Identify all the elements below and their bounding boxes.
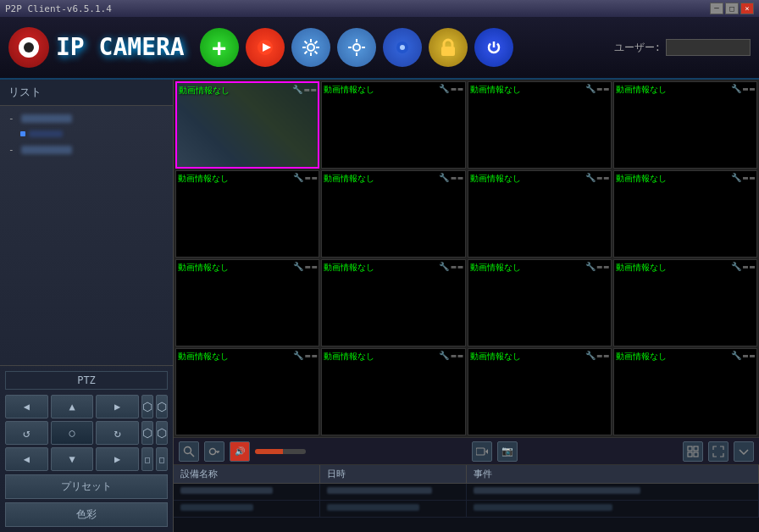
camera-cell-7[interactable]: 動画情報なし 🔧▬▬ — [613, 170, 757, 258]
titlebar: P2P Client-v6.5.1.4 ─ □ × — [0, 0, 759, 17]
camera-cell-15[interactable]: 動画情報なし 🔧▬▬ — [613, 348, 757, 435]
svg-point-21 — [210, 448, 216, 454]
device-item[interactable]: - — [3, 141, 169, 158]
event-cell-time — [320, 484, 467, 500]
ptz-zoom-out-button[interactable]: ◀ — [5, 447, 48, 471]
more-button[interactable] — [734, 441, 754, 462]
camera-icons-15: 🔧▬▬ — [731, 351, 755, 360]
camera-grid: 動画情報なし 🔧 ▬ ▬ 動画情報なし 🔧▬▬ 動画情報なし 🔧▬▬ — [174, 80, 759, 437]
bottom-toolbar: 🔊 📷 — [174, 437, 759, 464]
volume-button[interactable]: 🔊 — [230, 441, 250, 462]
device-list: - - — [0, 106, 173, 365]
fullscreen-button[interactable] — [708, 441, 729, 462]
power-button[interactable] — [474, 28, 513, 67]
ptz-rot-left-button[interactable]: ↺ — [5, 421, 48, 445]
maximize-button[interactable]: □ — [725, 3, 739, 14]
camera-cell-10[interactable]: 動画情報なし 🔧▬▬ — [468, 259, 612, 346]
ptz-down-button[interactable]: ▼ — [51, 447, 94, 471]
camera-cell-6[interactable]: 動画情報なし 🔧▬▬ — [468, 170, 612, 258]
event-cell-time — [320, 501, 467, 517]
key-button[interactable] — [204, 441, 224, 462]
camera-cell-8[interactable]: 動画情報なし 🔧▬▬ — [175, 259, 319, 346]
ptz-rot-right-button[interactable]: ↻ — [96, 421, 139, 445]
camera-icons-2: 🔧▬▬ — [585, 84, 609, 93]
power-icon — [485, 39, 502, 56]
search-button[interactable] — [179, 441, 199, 462]
camera-cell-1[interactable]: 動画情報なし 🔧▬▬ — [321, 81, 465, 169]
event-row[interactable] — [174, 501, 759, 518]
camera-eye-icon — [8, 27, 49, 68]
event-cell-event — [467, 484, 760, 500]
camera-label-14: 動画情報なし — [470, 351, 521, 363]
ptz-zoom-minus-button[interactable]: □ — [141, 447, 153, 471]
svg-rect-28 — [688, 452, 692, 457]
camera-label-6: 動画情報なし — [470, 173, 521, 185]
camera-cell-12[interactable]: 動画情報なし 🔧▬▬ — [175, 348, 319, 435]
camera-cell-2[interactable]: 動画情報なし 🔧▬▬ — [468, 81, 612, 169]
camera-label-3: 動画情報なし — [616, 84, 667, 96]
lock-icon — [440, 38, 457, 57]
ptz-zoom-plus-button[interactable]: □ — [156, 447, 168, 471]
camera-snapshot-button[interactable]: 📷 — [497, 441, 518, 462]
device-item[interactable] — [3, 127, 169, 141]
ptz-rec2-button[interactable]: ⬡ — [156, 421, 168, 445]
color-button[interactable]: 色彩 — [5, 502, 168, 527]
ptz-left-button[interactable]: ◀ — [5, 395, 48, 418]
camera-icons-12: 🔧▬▬ — [293, 351, 317, 360]
settings-button[interactable] — [291, 28, 330, 67]
grid-view-button[interactable] — [683, 441, 703, 462]
camera-label-5: 動画情報なし — [324, 173, 374, 185]
svg-line-10 — [304, 52, 307, 54]
key-icon — [208, 446, 220, 457]
svg-line-20 — [191, 452, 195, 457]
event-cell-device — [174, 501, 320, 517]
event-col-time: 日時 — [320, 465, 467, 483]
add-camera-button[interactable]: + — [200, 28, 239, 67]
camera-label-12: 動画情報なし — [178, 351, 229, 363]
arrow-right-icon — [476, 447, 488, 456]
camera-icons-1: 🔧▬▬ — [439, 84, 463, 93]
svg-rect-26 — [688, 446, 692, 451]
camera-icons-14: 🔧▬▬ — [585, 351, 609, 360]
camera-cell-14[interactable]: 動画情報なし 🔧▬▬ — [468, 348, 612, 435]
search-icon — [183, 446, 195, 457]
ptz-snap2-button[interactable]: ⬡ — [141, 421, 153, 445]
camera-cell-0[interactable]: 動画情報なし 🔧 ▬ ▬ — [175, 81, 319, 169]
ptz-center-button[interactable]: ○ — [51, 421, 94, 445]
camera-cell-9[interactable]: 動画情報なし 🔧▬▬ — [321, 259, 465, 346]
event-log: 設備名称 日時 事件 — [174, 464, 759, 532]
minimize-button[interactable]: ─ — [710, 3, 723, 14]
camera-label-13: 動画情報なし — [324, 351, 374, 363]
config-button[interactable] — [337, 28, 376, 67]
preset-button[interactable]: プリセット — [5, 474, 168, 499]
ptz-up-button[interactable]: ▲ — [51, 395, 94, 418]
camera-label-4: 動画情報なし — [178, 173, 229, 185]
camera-cell-11[interactable]: 動画情報なし 🔧▬▬ — [613, 259, 757, 346]
svg-rect-24 — [476, 448, 485, 455]
close-button[interactable]: × — [740, 3, 754, 14]
lock-button[interactable] — [429, 28, 468, 67]
camera-label-15: 動画情報なし — [616, 351, 667, 363]
header: IP CAMERA + — [0, 17, 759, 80]
user-area: ユーザー: — [614, 39, 751, 56]
camera-label-7: 動画情報なし — [616, 173, 667, 185]
event-row[interactable] — [174, 484, 759, 501]
camera-icons-5: 🔧▬▬ — [439, 173, 463, 182]
user-input[interactable] — [666, 39, 751, 56]
camera-cell-13[interactable]: 動画情報なし 🔧▬▬ — [321, 348, 465, 435]
camera-icons-3: 🔧▬▬ — [731, 84, 755, 93]
arrow-right-button[interactable] — [472, 441, 492, 462]
ptz-zoom-in-button[interactable]: ▶ — [96, 447, 139, 471]
ptz-right-button[interactable]: ▶ — [96, 395, 139, 418]
play-button[interactable] — [246, 28, 285, 67]
camera-cell-5[interactable]: 動画情報なし 🔧▬▬ — [321, 170, 465, 258]
camera-cell-3[interactable]: 動画情報なし 🔧▬▬ — [613, 81, 757, 169]
record-button[interactable] — [383, 28, 422, 67]
ptz-snap-button[interactable]: ⬡ — [141, 395, 153, 418]
device-item[interactable]: - — [3, 109, 169, 127]
event-cell-event — [467, 501, 760, 517]
ptz-rec-button[interactable]: ⬡ — [156, 395, 168, 418]
app-title: P2P Client-v6.5.1.4 — [5, 3, 112, 14]
camera-cell-4[interactable]: 動画情報なし 🔧▬▬ — [175, 170, 319, 258]
volume-slider[interactable] — [255, 449, 306, 454]
